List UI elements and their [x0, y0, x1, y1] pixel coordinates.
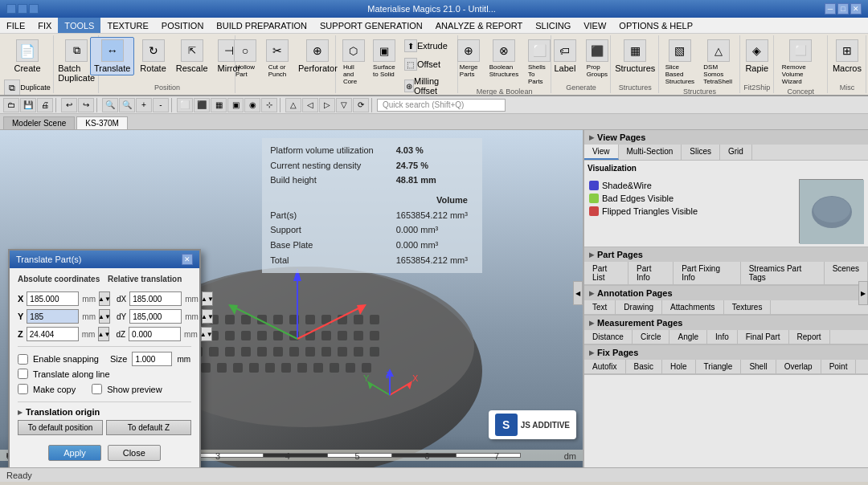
tab-textures[interactable]: Textures	[724, 300, 772, 314]
tb2-btn-17[interactable]: ◁	[302, 98, 318, 112]
tab-text[interactable]: Text	[584, 300, 616, 314]
tab-drawing[interactable]: Drawing	[616, 300, 662, 314]
measurement-pages-header[interactable]: ▶ Measurement Pages	[584, 316, 868, 330]
part-pages-header[interactable]: ▶ Part Pages	[584, 247, 868, 262]
coord-dz-spin[interactable]: ▲▼	[201, 327, 212, 341]
tab-part-list[interactable]: Part List	[584, 262, 628, 284]
tab-slices[interactable]: Slices	[682, 145, 720, 160]
coord-dx-spin[interactable]: ▲▼	[202, 291, 213, 306]
coord-dz-input[interactable]	[129, 327, 181, 341]
tb2-btn-11[interactable]: ⬛	[194, 98, 210, 112]
fix-pages-header[interactable]: ▶ Fix Pages	[584, 345, 868, 360]
toolbar-slice-based[interactable]: ▧ Slice BasedStructures	[661, 37, 698, 88]
tab-part-fixing[interactable]: Part Fixing Info	[674, 262, 740, 284]
tab-circle[interactable]: Circle	[633, 330, 670, 344]
tb2-btn-9[interactable]: -	[153, 98, 169, 112]
tb2-btn-2[interactable]: 💾	[20, 98, 36, 112]
toolbar-macros[interactable]: ⊞ Macros	[829, 37, 866, 75]
tb2-btn-20[interactable]: ⟳	[353, 98, 369, 112]
coord-x-input[interactable]	[27, 291, 79, 306]
coord-dx-input[interactable]	[129, 291, 182, 306]
toolbar-prop[interactable]: ⬛ PropGroups	[582, 37, 612, 80]
view-pages-header[interactable]: ▶ View Pages	[584, 130, 868, 145]
tab-angle[interactable]: Angle	[669, 330, 707, 344]
tab-grid[interactable]: Grid	[720, 145, 752, 160]
tab-streamics[interactable]: Streamics Part Tags	[741, 262, 825, 284]
tab-part-info[interactable]: Part Info	[628, 262, 674, 284]
menu-build-prep[interactable]: BUILD PREPARATION	[210, 18, 313, 33]
tab-modeler-scene[interactable]: Modeler Scene	[3, 116, 75, 129]
tb2-btn-12[interactable]: ▦	[211, 98, 227, 112]
menu-slicing[interactable]: SLICING	[529, 18, 577, 33]
toolbar-rotate[interactable]: ↻ Rotate	[136, 37, 170, 75]
tb2-btn-19[interactable]: ▽	[336, 98, 352, 112]
toolbar-extrude[interactable]: ⬆ Extrude	[400, 37, 455, 55]
tb2-btn-16[interactable]: △	[285, 98, 301, 112]
toolbar-perforator[interactable]: ⊕ Perforator	[294, 37, 342, 80]
toolbar-hollow[interactable]: ○ HollowPart	[230, 37, 260, 80]
menu-texture[interactable]: TEXTURE	[100, 18, 154, 33]
close-button[interactable]: ✕	[850, 3, 862, 14]
size-input[interactable]	[132, 352, 172, 366]
menu-support[interactable]: SUPPORT GENERATION	[313, 18, 429, 33]
tb2-btn-3[interactable]: 🖨	[37, 98, 53, 112]
menu-file[interactable]: FILE	[0, 18, 31, 33]
menu-tools[interactable]: TOOLS	[58, 18, 100, 33]
tab-report[interactable]: Report	[789, 330, 830, 344]
translate-line-checkbox[interactable]	[18, 369, 28, 379]
tb2-btn-13[interactable]: ▣	[227, 98, 244, 112]
toolbar-milling[interactable]: ⊛ Milling Offset	[400, 74, 455, 96]
quick-search[interactable]: Quick search (Shift+Q)	[377, 99, 506, 112]
tab-final-part[interactable]: Final Part	[738, 330, 789, 344]
tab-attachments[interactable]: Attachments	[662, 300, 724, 314]
tab-view[interactable]: View	[584, 145, 619, 160]
tab-overlap[interactable]: Overlap	[776, 360, 821, 373]
tb2-btn-5[interactable]: ↪	[78, 98, 94, 112]
tb2-btn-7[interactable]: 🔍	[119, 98, 135, 112]
tb2-btn-4[interactable]: ↩	[61, 98, 77, 112]
close-button-dialog[interactable]: Close	[108, 445, 161, 461]
toolbar-hull[interactable]: ⬡ Hull andCore	[339, 37, 368, 96]
coord-dy-spin[interactable]: ▲▼	[202, 309, 213, 324]
btn-default-position[interactable]: To default position	[18, 420, 103, 435]
tab-info[interactable]: Info	[707, 330, 738, 344]
toolbar-translate[interactable]: ↔ Translate	[90, 37, 134, 75]
toolbar-dsm[interactable]: △ DSM SomosTetraShell	[699, 37, 737, 88]
tab-distance[interactable]: Distance	[584, 330, 633, 344]
coord-y-spin[interactable]: ▲▼	[99, 309, 110, 324]
panel-collapse-right[interactable]: ▶	[858, 281, 868, 305]
apply-button[interactable]: Apply	[48, 445, 101, 461]
coord-z-spin[interactable]: ▲▼	[98, 327, 109, 341]
tab-triangle[interactable]: Triangle	[696, 360, 742, 373]
viewport-3d[interactable]: Platform volume utilization 4.03 % Curre…	[0, 130, 583, 467]
coord-dy-input[interactable]	[129, 309, 182, 324]
coord-z-input[interactable]	[27, 327, 79, 341]
tab-hole[interactable]: Hole	[662, 360, 696, 373]
toolbar-label[interactable]: 🏷 Label	[550, 37, 580, 80]
menu-analyze[interactable]: ANALYZE & REPORT	[429, 18, 529, 33]
btn-default-z[interactable]: To default Z	[106, 420, 191, 435]
toolbar-structures[interactable]: ▦ Structures	[611, 37, 659, 75]
tb2-btn-14[interactable]: ◉	[244, 98, 260, 112]
menu-view[interactable]: VIEW	[577, 18, 612, 33]
tb2-btn-15[interactable]: ⊹	[261, 98, 277, 112]
toolbar-offset[interactable]: ⬚ Offset	[400, 55, 455, 73]
tb2-btn-8[interactable]: +	[136, 98, 152, 112]
tb2-btn-10[interactable]: ⬜	[177, 98, 193, 112]
tab-basic[interactable]: Basic	[626, 360, 662, 373]
toolbar-create[interactable]: 📄 Create	[10, 37, 44, 75]
show-preview-checkbox[interactable]	[92, 384, 102, 394]
menu-fix[interactable]: FIX	[31, 18, 58, 33]
tab-multi-section[interactable]: Multi-Section	[619, 145, 682, 160]
menu-options[interactable]: OPTIONS & HELP	[612, 18, 699, 33]
toolbar-remove-volume[interactable]: ⬜ Remove VolumeWizard	[778, 37, 824, 88]
tb2-btn-1[interactable]: 🗀	[3, 98, 19, 112]
minimize-button[interactable]: ─	[825, 3, 836, 14]
maximize-button[interactable]: □	[837, 3, 849, 14]
toolbar-boolean[interactable]: ⊗ BooleanStructures	[485, 37, 522, 88]
toolbar-rapie[interactable]: ◈ Rapie	[741, 37, 772, 75]
menu-position[interactable]: POSITION	[155, 18, 211, 33]
tab-point[interactable]: Point	[821, 360, 857, 373]
tb2-btn-18[interactable]: ▷	[319, 98, 335, 112]
toolbar-duplicate[interactable]: ⧉ Duplicate	[0, 77, 55, 96]
